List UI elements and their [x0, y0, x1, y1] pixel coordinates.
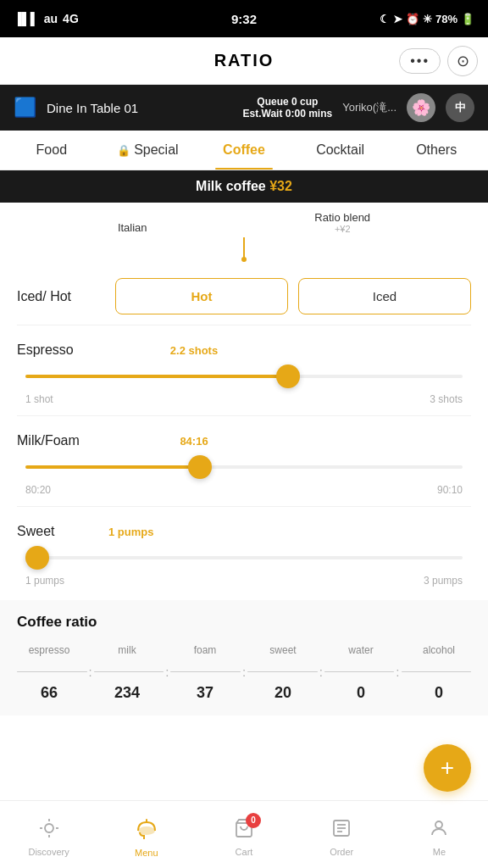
nav-order[interactable]: Order	[293, 813, 391, 857]
ratio-value-milk: 234	[95, 684, 159, 702]
ratio-val-milk: 234	[95, 684, 159, 702]
more-options-button[interactable]: •••	[399, 48, 441, 74]
sweet-max: 3 pumps	[424, 575, 463, 587]
milkfoam-label-row: Milk/Foam 84:16	[17, 433, 471, 448]
estwait-value: 0:00	[286, 108, 306, 120]
camera-icon: ⊙	[457, 52, 469, 70]
milkfoam-range-row: 80:20 90:10	[17, 484, 471, 496]
product-title-bar: Milk coffee ¥32	[0, 170, 488, 203]
svg-point-14	[435, 821, 442, 828]
tab-others-label: Others	[416, 142, 457, 157]
nav-tabs: Food 🔒 Special Coffee Cocktail Others	[0, 131, 488, 170]
sweet-label-row: Sweet 1 pumps	[17, 524, 471, 539]
espresso-max: 3 shots	[430, 393, 463, 405]
language-button[interactable]: 中	[446, 93, 474, 122]
nav-order-label: Order	[330, 847, 353, 857]
alarm-icon: ⏰	[406, 13, 419, 25]
ratio-val-espresso: 66	[17, 684, 81, 702]
ratio-label-foam: foam	[173, 644, 237, 656]
arrow-down-icon	[237, 237, 251, 263]
page-title: RATIO	[214, 51, 274, 70]
milkfoam-max: 90:10	[437, 484, 463, 496]
network-label: 4G	[63, 12, 79, 25]
tab-food[interactable]: Food	[3, 131, 100, 170]
app-header: RATIO ••• ⊙	[0, 37, 488, 85]
sweet-slider-track[interactable]	[25, 542, 463, 573]
carrier-label: au	[44, 12, 58, 25]
lock-icon: 🔒	[117, 144, 130, 157]
status-right: ☾ ➤ ⏰ ✳ 78% 🔋	[380, 13, 474, 25]
queue-unit: cup	[300, 96, 318, 108]
tab-cocktail[interactable]: Cocktail	[292, 131, 389, 170]
svg-point-2	[45, 824, 53, 832]
table-icon: 🟦	[14, 97, 36, 119]
iced-hot-label: Iced/ Hot	[17, 289, 102, 304]
camera-button[interactable]: ⊙	[447, 46, 478, 76]
add-button[interactable]: +	[424, 744, 471, 792]
ratio-label-water: water	[329, 644, 393, 656]
espresso-range-row: 1 shot 3 shots	[17, 393, 471, 405]
tab-coffee-label: Coffee	[223, 142, 265, 157]
estwait-label: Est.Wait	[243, 108, 283, 120]
espresso-label: Espresso	[17, 342, 102, 358]
sweet-min: 1 pumps	[25, 575, 64, 587]
blend-ratio-extra: +¥2	[314, 224, 370, 234]
svg-rect-8	[146, 819, 147, 823]
ratio-values-row: 66 234 37 20 0	[17, 684, 471, 702]
espresso-slider-track[interactable]	[25, 361, 463, 392]
nav-menu-label: Menu	[135, 848, 158, 858]
blend-ratio[interactable]: Ratio blend +¥2	[314, 211, 370, 234]
ratio-col-espresso: espresso	[17, 644, 81, 659]
espresso-min: 1 shot	[25, 393, 53, 405]
nav-cart-label: Cart	[236, 847, 253, 857]
tab-others[interactable]: Others	[388, 131, 485, 170]
ratio-title: Coffee ratio	[17, 614, 471, 631]
coffee-ratio-section: Coffee ratio espresso milk foam sweet	[0, 600, 488, 715]
queue-value: 0	[291, 96, 297, 108]
sweet-thumb[interactable]	[25, 546, 49, 570]
blend-ratio-label: Ratio blend	[314, 211, 370, 224]
milkfoam-slider-track[interactable]	[25, 452, 463, 482]
divider-3	[17, 506, 471, 507]
svg-point-7	[138, 826, 155, 835]
milkfoam-slider-section: Milk/Foam 84:16 80:20 90:10	[0, 420, 488, 503]
cart-badge: 0	[246, 813, 261, 828]
milkfoam-value: 84:16	[102, 435, 286, 448]
ratio-label-espresso: espresso	[17, 644, 81, 656]
tab-food-label: Food	[36, 142, 67, 157]
hot-button[interactable]: Hot	[115, 278, 288, 314]
cart-icon: 0	[234, 818, 254, 843]
nav-menu[interactable]: Menu	[97, 812, 195, 858]
product-price: ¥32	[269, 179, 292, 193]
divider-1	[17, 325, 471, 326]
espresso-thumb[interactable]	[276, 364, 300, 388]
ratio-col-alcohol: alcohol	[407, 644, 471, 659]
tab-coffee[interactable]: Coffee	[196, 131, 292, 170]
battery-label: 78%	[435, 13, 458, 25]
ratio-table: espresso milk foam sweet water	[17, 644, 471, 702]
nav-discovery[interactable]: Discovery	[0, 813, 97, 857]
ratio-col-water: water	[329, 644, 393, 659]
milkfoam-thumb[interactable]	[188, 455, 212, 479]
espresso-fill	[25, 375, 288, 378]
battery-icon: 🔋	[461, 13, 474, 25]
ratio-val-sweet: 20	[251, 684, 315, 702]
nav-me[interactable]: Me	[391, 813, 488, 857]
sweet-label: Sweet	[17, 524, 102, 539]
ratio-value-water: 0	[329, 684, 393, 702]
svg-point-1	[241, 257, 247, 262]
iced-button[interactable]: Iced	[298, 278, 471, 314]
tab-special-label: Special	[134, 142, 178, 158]
nav-cart[interactable]: 0 Cart	[195, 813, 292, 857]
espresso-track-bg	[25, 375, 463, 378]
blend-italian[interactable]: Italian	[118, 221, 147, 234]
ratio-val-foam: 37	[173, 684, 237, 702]
tab-special[interactable]: 🔒 Special	[100, 131, 197, 170]
espresso-value: 2.2 shots	[102, 344, 286, 357]
estwait-unit: mins	[308, 108, 332, 120]
me-icon	[429, 818, 449, 843]
status-bar: ▐▌▌ au 4G 9:32 ☾ ➤ ⏰ ✳ 78% 🔋	[0, 0, 488, 37]
iced-hot-section: Iced/ Hot Hot Iced	[0, 264, 488, 321]
tab-cocktail-label: Cocktail	[316, 142, 364, 157]
espresso-label-row: Espresso 2.2 shots	[17, 342, 471, 358]
